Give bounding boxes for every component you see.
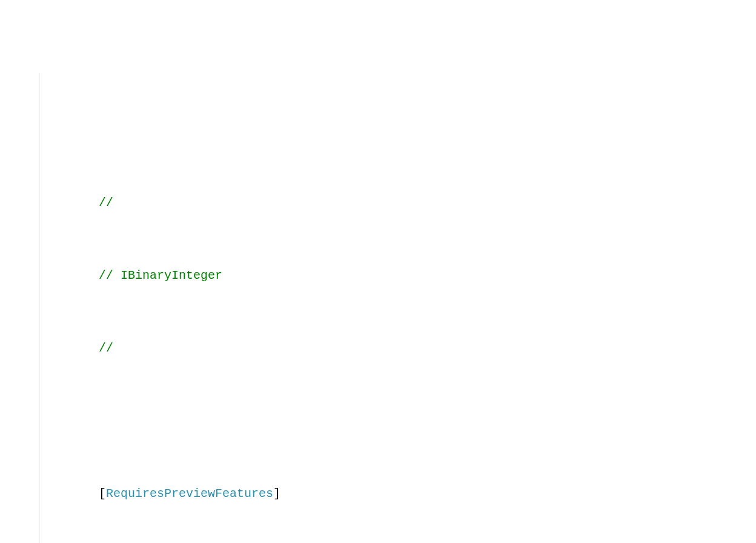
- indent: [41, 487, 99, 501]
- code-area[interactable]: // // IBinaryInteger // [RequiresPreview…: [39, 139, 756, 543]
- bracket: ]: [273, 487, 280, 501]
- indent: [41, 196, 99, 210]
- bracket: [: [99, 487, 106, 501]
- attribute-name: RequiresPreviewFeatures: [106, 487, 273, 501]
- code-line[interactable]: [RequiresPreviewFeatures]: [41, 485, 756, 503]
- code-line[interactable]: [41, 412, 756, 430]
- code-line[interactable]: // IBinaryInteger: [41, 267, 756, 285]
- code-editor[interactable]: // // IBinaryInteger // [RequiresPreview…: [0, 73, 756, 543]
- gutter: [0, 73, 39, 543]
- indent: [41, 341, 99, 355]
- code-line[interactable]: //: [41, 339, 756, 358]
- code-line[interactable]: //: [41, 194, 756, 212]
- comment: // IBinaryInteger: [99, 268, 222, 282]
- comment: //: [99, 341, 113, 355]
- comment: //: [99, 196, 113, 210]
- indent: [41, 268, 99, 282]
